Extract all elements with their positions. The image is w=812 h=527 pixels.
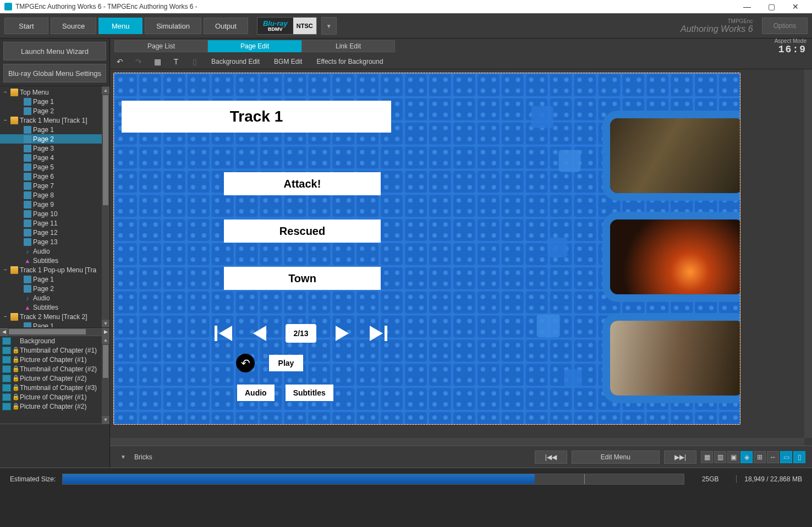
tree-row[interactable]: −Track 1 Pop-up Menu [Tra (0, 265, 109, 275)
tree-row[interactable]: −Track 1 Menu [Track 1] (0, 116, 109, 125)
tree-row[interactable]: Page 10 (0, 209, 109, 218)
next-page-icon[interactable] (332, 323, 353, 344)
scroll-up-icon[interactable]: ▲ (102, 86, 109, 94)
window-close-button[interactable]: ✕ (783, 0, 808, 13)
nav-menu[interactable]: Menu (98, 18, 142, 34)
layer-row[interactable]: Background (0, 336, 109, 345)
page-indicator[interactable]: 2/13 (286, 324, 316, 343)
bgm-edit-button[interactable]: BGM Edit (271, 58, 305, 65)
scrollbar-thumb[interactable] (103, 345, 108, 378)
layers-scrollbar[interactable]: ▲ ▼ (102, 336, 109, 424)
tree-row[interactable]: Page 2 (0, 134, 109, 144)
tree-row[interactable]: Page 9 (0, 200, 109, 209)
undo-icon[interactable]: ↶ (114, 56, 125, 67)
layer-row[interactable]: 🔒Picture of Chapter (#2) (0, 374, 109, 383)
launch-wizard-button[interactable]: Launch Menu Wizard (3, 42, 106, 61)
zoom-icon-2[interactable]: ▯ (793, 451, 805, 463)
layer-row[interactable]: 🔒Picture of Chapter (#1) (0, 355, 109, 364)
global-settings-button[interactable]: Blu-ray Global Menu Settings (3, 64, 106, 83)
chapter-button-2[interactable]: Rescued (224, 219, 381, 243)
prev-menu-button[interactable]: |◀◀ (535, 451, 567, 464)
menu-title[interactable]: Track 1 (122, 101, 391, 133)
tree-row[interactable]: Page 1 (0, 275, 109, 284)
tree-row[interactable]: Page 3 (0, 144, 109, 153)
tree-row[interactable]: Page 13 (0, 237, 109, 246)
tree-scrollbar[interactable]: ▲ ▼ (102, 86, 109, 327)
fit-width-icon[interactable]: ↔ (767, 451, 779, 463)
scroll-down-icon[interactable]: ▼ (102, 320, 109, 327)
chapter-button-1[interactable]: Attack! (224, 172, 381, 195)
subtitles-button[interactable]: Subtitles (286, 385, 333, 401)
tree-row[interactable]: Page 2 (0, 106, 109, 116)
prev-page-icon[interactable] (249, 323, 270, 344)
background-edit-button[interactable]: Background Edit (208, 58, 263, 65)
add-text-icon[interactable]: T (171, 56, 182, 67)
nav-output[interactable]: Output (204, 18, 248, 34)
layer-row[interactable]: 🔒Picture of Chapter (#1) (0, 392, 109, 402)
tree-row[interactable]: Page 1 (0, 97, 109, 106)
add-image-icon[interactable]: ▦ (152, 56, 163, 67)
page-tree[interactable]: −Top MenuPage 1Page 2−Track 1 Menu [Trac… (0, 86, 109, 328)
last-page-icon[interactable] (368, 323, 389, 344)
tree-row[interactable]: −Track 2 Menu [Track 2] (0, 312, 109, 321)
tree-row[interactable]: ♪Audio (0, 293, 109, 303)
return-icon[interactable]: ↶ (236, 354, 255, 372)
split-view-icon[interactable]: ⊞ (754, 451, 766, 463)
nav-start[interactable]: Start (4, 18, 48, 34)
tree-row[interactable]: Page 6 (0, 172, 109, 181)
canvas-v-scrollbar[interactable] (804, 69, 812, 438)
layer-row[interactable]: 🔒Thumbnail of Chapter (#3) (0, 383, 109, 392)
layer-row[interactable]: 🔒Thumbnail of Chapter (#2) (0, 364, 109, 374)
tab-link-edit[interactable]: Link Edit (301, 40, 395, 52)
scrollbar-thumb[interactable] (103, 95, 108, 205)
play-button[interactable]: Play (269, 355, 303, 371)
chapter-button-3[interactable]: Town (224, 267, 381, 290)
tree-row[interactable]: Page 12 (0, 228, 109, 237)
chapter-thumbnail-2[interactable] (602, 212, 740, 302)
redo-icon[interactable]: ↷ (133, 56, 144, 67)
tree-row[interactable]: Page 5 (0, 162, 109, 172)
tree-row[interactable]: Page 8 (0, 190, 109, 200)
first-page-icon[interactable] (213, 323, 234, 344)
layer-row[interactable]: 🔒Picture of Chapter (#2) (0, 402, 109, 411)
tree-row[interactable]: Page 7 (0, 181, 109, 190)
tab-page-edit[interactable]: Page Edit (208, 40, 301, 52)
tree-row[interactable]: −Top Menu (0, 87, 109, 97)
nav-simulation[interactable]: Simulation (145, 18, 201, 34)
layer-row[interactable]: 🔒Thumbnail of Chapter (#1) (0, 345, 109, 355)
tree-row[interactable]: Page 11 (0, 218, 109, 228)
tab-page-list[interactable]: Page List (114, 40, 208, 52)
tree-row[interactable]: ♪Audio (0, 246, 109, 256)
scroll-up-icon[interactable]: ▲ (102, 336, 109, 344)
audio-button[interactable]: Audio (237, 385, 275, 401)
edit-menu-button[interactable]: Edit Menu (572, 451, 660, 464)
chapter-thumbnail-3[interactable] (602, 313, 740, 403)
grid-view-icon[interactable]: ▦ (701, 451, 713, 463)
nav-source[interactable]: Source (51, 18, 96, 34)
layers-panel[interactable]: Background🔒Thumbnail of Chapter (#1)🔒Pic… (0, 336, 109, 424)
safe-area-icon[interactable]: ▣ (727, 451, 739, 463)
template-dropdown-icon[interactable]: ▼ (117, 451, 130, 464)
tree-row[interactable]: ▲Subtitles (0, 256, 109, 265)
effects-bg-button[interactable]: Effects for Background (313, 58, 386, 65)
tree-horiz-scrollbar[interactable]: ◀ ▶ (0, 328, 109, 336)
canvas-h-scrollbar[interactable] (110, 438, 804, 446)
delete-icon[interactable]: ▯ (189, 56, 200, 67)
layout-view-icon[interactable]: ▥ (714, 451, 726, 463)
format-dropdown-button[interactable]: ▼ (321, 17, 337, 35)
options-button[interactable]: Options (762, 18, 808, 34)
format-badge[interactable]: Blu-rayBDMV NTSC (257, 17, 317, 35)
scroll-down-icon[interactable]: ▼ (102, 416, 109, 424)
tree-row[interactable]: Page 4 (0, 153, 109, 162)
tree-row[interactable]: ▲Subtitles (0, 303, 109, 312)
window-minimize-button[interactable]: — (735, 0, 759, 13)
next-menu-button[interactable]: ▶▶| (664, 451, 696, 464)
tree-row[interactable]: Page 2 (0, 284, 109, 293)
selected-view-icon[interactable]: ◈ (740, 451, 753, 463)
tree-row[interactable]: Page 1 (0, 321, 109, 328)
tree-row[interactable]: Page 1 (0, 125, 109, 134)
chapter-thumbnail-1[interactable] (602, 111, 740, 201)
zoom-icon-1[interactable]: ▭ (780, 451, 792, 463)
window-maximize-button[interactable]: ▢ (759, 0, 783, 13)
menu-canvas[interactable]: Track 1 Attack! Rescued Town 2/13 ↶ Play… (113, 73, 740, 425)
